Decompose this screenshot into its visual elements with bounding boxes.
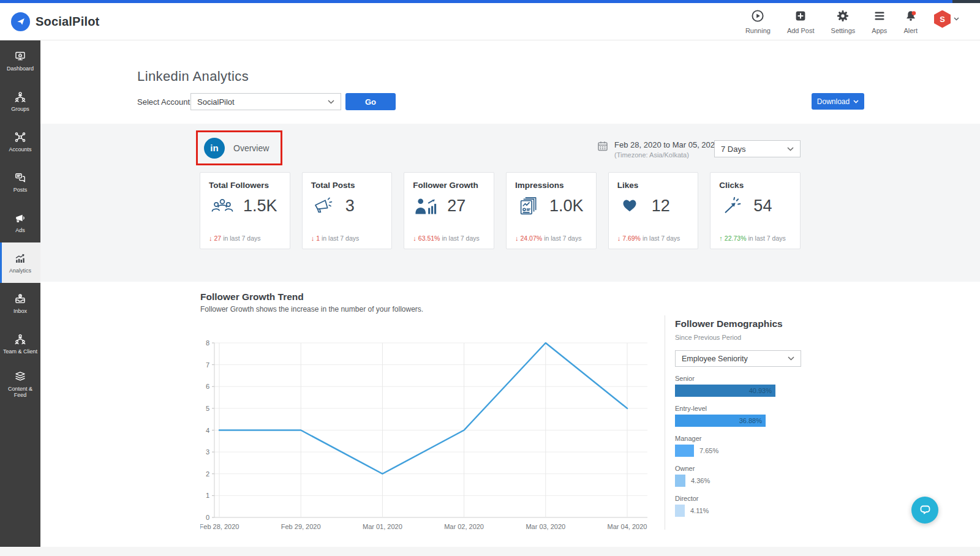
svg-text:Mar 02, 2020: Mar 02, 2020 <box>444 523 484 530</box>
demographic-bar <box>675 505 685 517</box>
chat-widget-button[interactable] <box>911 497 938 524</box>
sidebar-item-posts[interactable]: Posts <box>0 162 40 202</box>
demographic-bar <box>675 445 694 457</box>
analytics-icon <box>13 252 27 265</box>
apps-menu-icon <box>873 9 886 25</box>
page-title: Linkedin Analytics <box>137 69 249 85</box>
settings-button[interactable]: Settings <box>831 9 856 34</box>
chevron-down-icon <box>328 100 334 104</box>
add-post-button[interactable]: Add Post <box>787 9 815 34</box>
settings-label: Settings <box>831 27 856 34</box>
svg-text:Mar 01, 2020: Mar 01, 2020 <box>363 523 402 530</box>
chevron-down-icon <box>788 356 794 361</box>
date-range-text: Feb 28, 2020 to Mar 05, 2020 <box>614 140 719 149</box>
accounts-icon <box>13 130 27 144</box>
svg-text:1: 1 <box>206 492 209 499</box>
demographic-row-entry-level: Entry-level 36.88% <box>675 405 801 427</box>
timezone-text: (Timezone: Asia/Kolkata) <box>614 151 719 159</box>
apps-label: Apps <box>872 27 887 34</box>
stat-card-clicks: Clicks 54 ↑22.73%in last 7 days <box>710 172 801 249</box>
trend-down-arrow-icon: ↓ <box>617 235 621 242</box>
stat-card-total-followers: Total Followers 1.5K ↓27in last 7 days <box>200 172 290 249</box>
demographics-select[interactable]: Employee Seniority <box>675 350 801 367</box>
demographic-bar: 36.88% <box>675 415 766 427</box>
sidebar-item-team-client[interactable]: Team & Client <box>0 323 40 364</box>
svg-text:4: 4 <box>206 427 209 434</box>
select-account-label: Select Account: <box>137 97 192 107</box>
apps-button[interactable]: Apps <box>872 9 887 34</box>
trend-down-arrow-icon: ↓ <box>209 235 213 242</box>
svg-text:3: 3 <box>206 448 209 456</box>
sidebar-item-content-feed[interactable]: Content & Feed <box>0 364 40 404</box>
demographic-row-senior: Senior 40.93% <box>675 375 801 397</box>
go-button[interactable]: Go <box>345 93 396 110</box>
overview-tab-label: Overview <box>233 143 269 153</box>
megaphone-icon <box>311 197 339 216</box>
account-select[interactable]: SocialPilot <box>190 93 341 110</box>
svg-text:2: 2 <box>206 470 209 478</box>
socialpilot-logo-icon <box>11 12 30 31</box>
demographic-bar: 40.93% <box>675 385 775 397</box>
bottom-strip <box>0 547 980 556</box>
svg-text:Feb 28, 2020: Feb 28, 2020 <box>200 523 239 530</box>
brand-name: SocialPilot <box>36 15 99 29</box>
add-post-label: Add Post <box>787 27 815 34</box>
sidebar-item-analytics[interactable]: Analytics <box>0 242 40 283</box>
svg-text:6: 6 <box>206 383 209 390</box>
alert-button[interactable]: Alert <box>903 9 918 34</box>
trend-down-arrow-icon: ↓ <box>515 235 519 242</box>
ads-icon <box>13 211 27 225</box>
svg-text:Feb 29, 2020: Feb 29, 2020 <box>281 523 321 530</box>
groups-icon <box>13 90 27 103</box>
inbox-icon <box>13 292 27 306</box>
demographics-subtitle: Since Previous Period <box>675 334 801 341</box>
running-button[interactable]: Running <box>745 9 771 34</box>
sidebar-item-groups[interactable]: Groups <box>0 81 40 121</box>
highlight-box: in Overview <box>196 130 282 165</box>
vertical-divider <box>665 315 665 530</box>
period-select-value: 7 Days <box>721 145 745 154</box>
content-feed-icon <box>13 370 27 383</box>
demographics-title: Follower Demographics <box>675 318 801 329</box>
sidebar-item-accounts[interactable]: Accounts <box>0 121 40 162</box>
trend-chart: 012345678Feb 28, 2020Feb 29, 2020Mar 01,… <box>200 335 654 537</box>
svg-text:Mar 04, 2020: Mar 04, 2020 <box>608 523 647 530</box>
topbar: SocialPilot Running Add Post Settings <box>0 3 980 40</box>
svg-text:0: 0 <box>206 514 209 521</box>
stats-row: Total Followers 1.5K ↓27in last 7 days T… <box>200 172 801 249</box>
linkedin-icon: in <box>204 138 225 159</box>
sidebar-item-dashboard[interactable]: Dashboard <box>0 40 40 81</box>
calendar-icon <box>597 140 608 159</box>
download-label: Download <box>817 97 850 106</box>
period-select[interactable]: 7 Days <box>714 140 801 157</box>
running-label: Running <box>745 27 771 34</box>
chevron-down-icon <box>787 147 794 151</box>
alert-label: Alert <box>903 27 918 34</box>
trend-chart-title: Follower Growth Trend <box>200 291 304 302</box>
account-menu[interactable]: S <box>934 10 959 28</box>
sidebar-item-ads[interactable]: Ads <box>0 202 40 242</box>
overview-section: in Overview Feb 28, 2020 to Mar 05, 2020… <box>40 124 980 282</box>
tab-overview[interactable]: in Overview <box>198 132 281 163</box>
demographic-row-manager: Manager 7.65% <box>675 435 801 457</box>
gear-icon <box>836 9 850 25</box>
demographics-select-value: Employee Seniority <box>682 355 748 363</box>
account-select-value: SocialPilot <box>197 97 235 107</box>
demographic-row-owner: Owner 4.36% <box>675 465 801 487</box>
posts-icon <box>13 171 27 184</box>
avatar: S <box>934 10 951 28</box>
heart-icon <box>617 197 646 216</box>
svg-text:8: 8 <box>206 339 209 347</box>
download-button[interactable]: Download <box>812 93 864 110</box>
bell-icon <box>904 9 918 25</box>
brand[interactable]: SocialPilot <box>11 12 99 31</box>
team-client-icon <box>13 332 27 346</box>
date-range-picker[interactable]: Feb 28, 2020 to Mar 05, 2020 (Timezone: … <box>597 140 719 159</box>
socialpilot-app: SocialPilot Running Add Post Settings <box>0 0 980 556</box>
demographics-panel: Follower Demographics Since Previous Per… <box>675 318 801 517</box>
impressions-pages-icon <box>515 197 543 216</box>
stat-card-follower-growth: Follower Growth 27 ↓63.51%in last 7 days <box>404 172 494 249</box>
sidebar-item-inbox[interactable]: Inbox <box>0 283 40 323</box>
main-content: Linkedin Analytics Select Account: Socia… <box>40 40 980 547</box>
trend-chart-subtitle: Follower Growth shows the increase in th… <box>200 305 423 314</box>
